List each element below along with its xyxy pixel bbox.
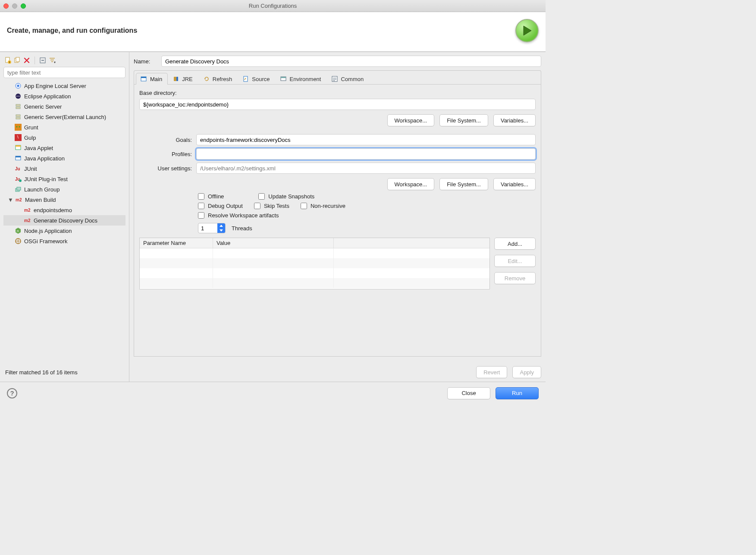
variables-button-2[interactable]: Variables... bbox=[493, 178, 536, 190]
apply-button: Apply bbox=[512, 366, 541, 378]
collapse-all-icon[interactable] bbox=[39, 57, 46, 64]
non-recursive-checkbox[interactable]: Non-recursive bbox=[301, 203, 345, 209]
svg-rect-40 bbox=[281, 77, 286, 78]
offline-checkbox[interactable]: Offline bbox=[198, 193, 224, 200]
help-icon[interactable]: ? bbox=[7, 388, 17, 398]
new-config-icon[interactable] bbox=[4, 57, 11, 64]
expand-toggle-icon[interactable]: ▼ bbox=[8, 197, 13, 203]
goals-input[interactable] bbox=[196, 134, 536, 145]
maven-icon: m2 bbox=[24, 207, 31, 213]
tree-item-label: App Engine Local Server bbox=[24, 83, 86, 89]
tree-item-endpointsdemo[interactable]: m2 endpointsdemo bbox=[3, 205, 125, 215]
filter-menu-icon[interactable] bbox=[49, 57, 56, 64]
tab-refresh[interactable]: Refresh bbox=[198, 73, 238, 85]
tab-jre[interactable]: JRE bbox=[168, 73, 198, 85]
tree-item-junit[interactable]: Ju JUnit bbox=[3, 163, 125, 174]
launch-group-icon bbox=[15, 186, 22, 193]
filter-input[interactable] bbox=[3, 67, 125, 78]
tree-item-grunt[interactable]: Grunt bbox=[3, 122, 125, 132]
tab-label: Environment bbox=[289, 76, 321, 82]
tab-label: Source bbox=[252, 76, 270, 82]
debug-output-checkbox[interactable]: Debug Output bbox=[198, 203, 243, 209]
svg-rect-13 bbox=[16, 117, 20, 119]
workspace-button[interactable]: Workspace... bbox=[387, 114, 435, 126]
profiles-label: Profiles: bbox=[139, 151, 192, 157]
tree-item-label: JUnit bbox=[24, 166, 37, 172]
svg-text:Ju: Ju bbox=[15, 166, 20, 171]
svg-point-16 bbox=[19, 126, 20, 128]
base-dir-input[interactable] bbox=[139, 99, 536, 110]
tree-item-nodejs[interactable]: n Node.js Application bbox=[3, 226, 125, 236]
common-tab-icon bbox=[331, 75, 338, 82]
threads-stepper[interactable] bbox=[198, 223, 226, 233]
svg-rect-19 bbox=[16, 145, 21, 147]
tree-item-appengine[interactable]: App Engine Local Server bbox=[3, 81, 125, 91]
tree-item-label: Eclipse Application bbox=[24, 93, 71, 100]
filesystem-button[interactable]: File System... bbox=[439, 114, 488, 126]
svg-rect-10 bbox=[16, 104, 20, 106]
tree-item-maven[interactable]: ▼ m2 Maven Build bbox=[3, 194, 125, 205]
tree-item-label: Generic Server bbox=[24, 103, 62, 110]
javaapp-icon bbox=[15, 155, 22, 162]
tree-item-osgi[interactable]: OSGi Framework bbox=[3, 236, 125, 246]
variables-button[interactable]: Variables... bbox=[493, 114, 536, 126]
junit-plugin-icon: Ju bbox=[15, 176, 22, 182]
threads-input[interactable] bbox=[198, 225, 217, 232]
usersettings-input[interactable] bbox=[196, 163, 536, 174]
close-button[interactable]: Close bbox=[447, 387, 490, 399]
skip-tests-checkbox[interactable]: Skip Tests bbox=[254, 203, 289, 209]
svg-rect-12 bbox=[16, 115, 20, 116]
tab-main[interactable]: Main bbox=[136, 73, 168, 85]
tree-item-javaapplet[interactable]: Java Applet bbox=[3, 143, 125, 153]
tree-item-label: Launch Group bbox=[24, 186, 60, 193]
dialog-title: Create, manage, and run configurations bbox=[7, 27, 137, 34]
tree-item-genericserver[interactable]: Generic Server bbox=[3, 101, 125, 112]
tree-item-genericserver-ext[interactable]: Generic Server(External Launch) bbox=[3, 112, 125, 122]
params-table[interactable]: Parameter Name Value bbox=[139, 238, 490, 289]
tree-item-eclipseapp[interactable]: Eclipse Application bbox=[3, 91, 125, 101]
config-tree[interactable]: App Engine Local Server Eclipse Applicat… bbox=[3, 81, 125, 367]
tree-item-label: Java Applet bbox=[24, 145, 53, 151]
svg-marker-43 bbox=[220, 229, 223, 232]
update-snapshots-checkbox[interactable]: Update Snapshots bbox=[258, 193, 314, 200]
zoom-window-icon[interactable] bbox=[21, 3, 26, 9]
refresh-tab-icon bbox=[203, 75, 210, 82]
left-toolbar bbox=[3, 55, 125, 67]
goals-label: Goals: bbox=[139, 137, 192, 143]
tree-item-javaapp[interactable]: Java Application bbox=[3, 153, 125, 163]
filesystem-button-2[interactable]: File System... bbox=[439, 178, 488, 190]
maven-icon: m2 bbox=[24, 217, 31, 224]
right-panel: Name: Main JRE Refresh Source Envi bbox=[129, 52, 546, 382]
stepper-buttons[interactable] bbox=[217, 223, 225, 233]
tab-source[interactable]: Source bbox=[238, 73, 275, 85]
tree-item-launchgroup[interactable]: Launch Group bbox=[3, 184, 125, 194]
svg-point-8 bbox=[17, 85, 19, 87]
tree-item-junitplugin[interactable]: Ju JUnit Plug-in Test bbox=[3, 174, 125, 184]
profiles-input[interactable] bbox=[196, 148, 536, 160]
name-label: Name: bbox=[134, 58, 156, 65]
svg-rect-4 bbox=[16, 57, 19, 62]
param-col-name: Parameter Name bbox=[140, 238, 213, 248]
svg-marker-6 bbox=[54, 62, 56, 63]
tree-item-gulp[interactable]: Gulp bbox=[3, 132, 125, 143]
param-col-value: Value bbox=[213, 238, 334, 248]
duplicate-config-icon[interactable] bbox=[14, 57, 21, 64]
delete-config-icon[interactable] bbox=[23, 57, 30, 64]
workspace-button-2[interactable]: Workspace... bbox=[387, 178, 435, 190]
grunt-icon bbox=[15, 124, 22, 131]
skip-label: Skip Tests bbox=[264, 203, 289, 209]
update-label: Update Snapshots bbox=[268, 193, 314, 200]
tab-environment[interactable]: Environment bbox=[275, 73, 326, 85]
run-button[interactable]: Run bbox=[496, 387, 539, 399]
resolve-workspace-checkbox[interactable]: Resolve Workspace artifacts bbox=[198, 212, 279, 219]
add-param-button[interactable]: Add... bbox=[494, 238, 536, 250]
svg-text:m2: m2 bbox=[24, 208, 31, 213]
tree-item-generate-disc-docs[interactable]: m2 Generate Discovery Docs bbox=[3, 215, 125, 226]
tab-common[interactable]: Common bbox=[326, 73, 369, 85]
close-window-icon[interactable] bbox=[3, 3, 9, 9]
svg-point-15 bbox=[16, 126, 18, 128]
svg-rect-34 bbox=[141, 77, 146, 78]
appengine-icon bbox=[15, 82, 22, 89]
tab-label: Main bbox=[150, 76, 162, 82]
name-input[interactable] bbox=[161, 56, 541, 67]
